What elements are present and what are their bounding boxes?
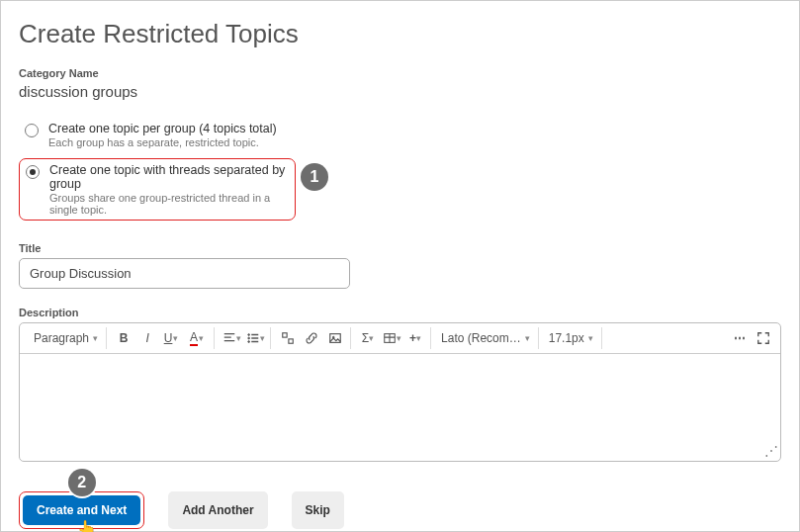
chevron-down-icon: ▾ xyxy=(93,333,98,343)
category-label: Category Name xyxy=(19,67,781,79)
option-one-topic-per-group[interactable]: Create one topic per group (4 topics tot… xyxy=(19,118,296,152)
editor-textarea[interactable]: ⋰ xyxy=(20,354,780,461)
chevron-down-icon: ▾ xyxy=(397,333,401,343)
align-button[interactable]: ▾ xyxy=(221,327,242,349)
svg-point-1 xyxy=(247,337,249,339)
option-highlight: Create one topic with threads separated … xyxy=(19,158,296,221)
option-threads-by-group[interactable]: Create one topic with threads separated … xyxy=(26,163,289,216)
skip-button[interactable]: Skip xyxy=(292,491,344,529)
annotation-2: 2 xyxy=(68,469,96,496)
option-label: Create one topic per group (4 topics tot… xyxy=(48,122,277,135)
chevron-down-icon: ▾ xyxy=(260,333,265,343)
equation-button[interactable]: Σ▾ xyxy=(357,327,379,349)
chevron-down-icon: ▾ xyxy=(588,333,593,343)
format-dropdown[interactable]: Paragraph ▾ xyxy=(30,327,102,349)
resize-handle-icon[interactable]: ⋰ xyxy=(764,443,778,459)
title-input[interactable] xyxy=(19,258,350,289)
footer: Create and Next 2 👆 Add Another Skip xyxy=(19,491,781,529)
page-title: Create Restricted Topics xyxy=(19,19,781,49)
radio-checked-icon xyxy=(26,165,40,179)
description-label: Description xyxy=(19,307,781,318)
primary-button-highlight: Create and Next 2 👆 xyxy=(19,491,144,529)
insert-stuff-button[interactable] xyxy=(277,327,299,349)
rich-text-editor: Paragraph ▾ B I U▾ A▾ ▾ xyxy=(19,322,781,462)
chevron-down-icon: ▾ xyxy=(236,333,241,343)
option-label: Create one topic with threads separated … xyxy=(49,163,289,191)
chevron-down-icon: ▾ xyxy=(173,333,178,343)
image-button[interactable] xyxy=(324,327,346,349)
table-button[interactable]: ▾ xyxy=(381,327,402,349)
option-sublabel: Groups share one group-restricted thread… xyxy=(49,192,289,216)
create-and-next-button[interactable]: Create and Next xyxy=(23,495,140,525)
chevron-down-icon: ▾ xyxy=(199,333,204,343)
chevron-down-icon: ▾ xyxy=(416,333,421,343)
svg-point-2 xyxy=(247,341,249,343)
add-another-button[interactable]: Add Another xyxy=(168,491,267,529)
list-button[interactable]: ▾ xyxy=(244,327,266,349)
italic-button[interactable]: I xyxy=(136,327,158,349)
chevron-down-icon: ▾ xyxy=(369,333,374,343)
link-button[interactable] xyxy=(301,327,322,349)
svg-rect-3 xyxy=(283,333,287,337)
bold-button[interactable]: B xyxy=(113,327,134,349)
option-sublabel: Each group has a separate, restricted to… xyxy=(48,136,277,148)
editor-toolbar: Paragraph ▾ B I U▾ A▾ ▾ xyxy=(20,323,780,354)
chevron-down-icon: ▾ xyxy=(525,333,530,343)
svg-rect-4 xyxy=(289,339,293,343)
radio-unchecked-icon xyxy=(25,124,39,137)
more-actions-button[interactable]: ⋯ xyxy=(729,327,751,349)
category-name: discussion groups xyxy=(19,83,781,100)
page-frame: Create Restricted Topics Category Name d… xyxy=(0,0,800,532)
svg-point-0 xyxy=(247,334,249,336)
more-insert-button[interactable]: +▾ xyxy=(404,327,426,349)
title-label: Title xyxy=(19,242,781,254)
annotation-1: 1 xyxy=(301,163,328,191)
svg-rect-5 xyxy=(330,334,341,343)
fullscreen-button[interactable] xyxy=(753,327,774,349)
text-color-button[interactable]: A▾ xyxy=(184,327,210,349)
font-size-dropdown[interactable]: 17.1px ▾ xyxy=(545,327,597,349)
font-dropdown[interactable]: Lato (Recom… ▾ xyxy=(437,327,534,349)
underline-button[interactable]: U▾ xyxy=(160,327,182,349)
